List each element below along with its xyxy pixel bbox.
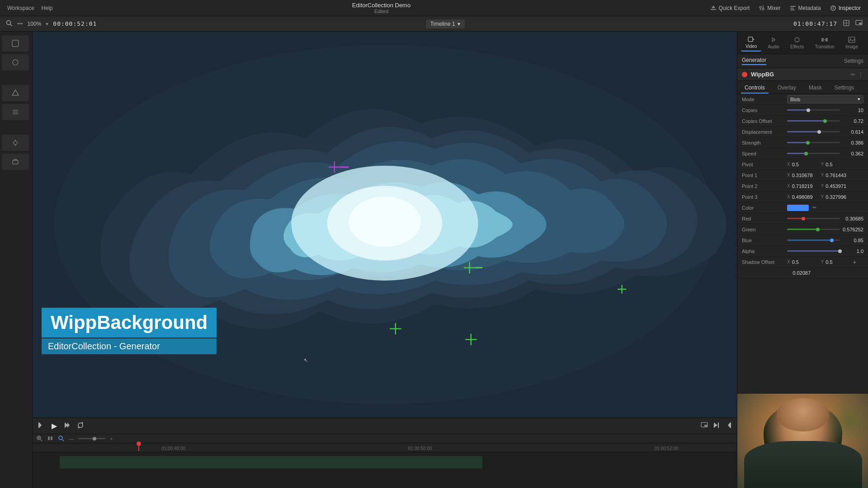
prop-color-edit-icon[interactable]: ✏: [812, 205, 816, 211]
ctrl-tab-mask[interactable]: Mask: [805, 83, 826, 94]
viewer-canvas[interactable]: ↖ WippBackground EditorCollection - Gene…: [33, 32, 737, 418]
timeline-zoom-in-icon[interactable]: [36, 435, 42, 442]
sidebar-btn-3[interactable]: [2, 85, 29, 101]
toolbar-right: 01:00:47:17: [793, 19, 863, 28]
prop-displacement-track[interactable]: [787, 131, 840, 132]
more-options-icon[interactable]: •••: [17, 21, 23, 27]
prop-shadow-y-val[interactable]: 0.5: [826, 259, 853, 265]
timeline-selector[interactable]: Timeline 1 ▾: [426, 19, 465, 28]
prop-blue-track[interactable]: [787, 239, 840, 241]
ctrl-tab-controls[interactable]: Controls: [741, 83, 769, 94]
prop-point2-xy: X 0.718219 Y 0.453971: [787, 183, 853, 189]
help-menu[interactable]: Help: [42, 5, 53, 11]
prop-alpha-slider-area: [787, 250, 840, 252]
svg-rect-19: [12, 40, 19, 47]
svg-rect-64: [748, 37, 753, 42]
tab-video[interactable]: Video: [741, 34, 761, 52]
prop-point1-y-val[interactable]: 0.761443: [826, 173, 853, 178]
search-icon[interactable]: [5, 19, 13, 28]
timeline-zoom-minus-icon[interactable]: —: [69, 436, 74, 441]
plugin-menu-icon[interactable]: ⋮: [858, 71, 863, 78]
mixer-button[interactable]: Mixer: [759, 5, 780, 11]
settings-label[interactable]: Settings: [844, 58, 863, 64]
timeline-zoom-icon-active[interactable]: [58, 435, 64, 442]
svg-rect-53: [718, 422, 719, 428]
tab-file[interactable]: File: [864, 34, 868, 51]
prop-copies-track[interactable]: [787, 109, 840, 111]
prop-copies-offset-slider-area: [787, 120, 840, 122]
tab-transition[interactable]: Transition: [810, 34, 839, 51]
next-frame-button[interactable]: [712, 422, 720, 430]
prop-blue-label: Blue: [742, 238, 787, 243]
pip-toggle-button[interactable]: [701, 422, 708, 430]
blob-svg: [33, 32, 737, 418]
main-content: ↖ WippBackground EditorCollection - Gene…: [0, 32, 868, 488]
zoom-level[interactable]: 100%: [28, 21, 42, 27]
tab-audio[interactable]: Audio: [763, 34, 784, 51]
prop-point3-y-val[interactable]: 0.327996: [826, 194, 853, 200]
plugin-active-dot: [742, 72, 747, 77]
skip-forward-button[interactable]: [63, 422, 71, 430]
ruler-mark-1: 01:00:48:00: [161, 446, 185, 451]
timeline-track-1[interactable]: [60, 456, 482, 469]
loop-button[interactable]: [77, 422, 84, 430]
pip-video: [737, 394, 868, 488]
tab-effects[interactable]: Effects: [786, 34, 808, 51]
inspector-button[interactable]: Inspector: [830, 5, 861, 11]
svg-point-62: [59, 436, 62, 440]
sidebar-btn-4[interactable]: [2, 104, 29, 120]
prop-point3: Point 3 X 0.498089 Y 0.327996: [737, 192, 868, 202]
prop-point2-y-val[interactable]: 0.453971: [826, 183, 853, 189]
second-toolbar: ••• 100% ▾ 00:00:52:01 Timeline 1 ▾ 01:0…: [0, 16, 868, 32]
prop-copies-slider-area: [787, 109, 840, 111]
end-button[interactable]: [724, 422, 731, 430]
sidebar-btn-1[interactable]: [2, 35, 29, 52]
generator-label[interactable]: Generator: [742, 57, 766, 65]
ctrl-tab-overlay[interactable]: Overlay: [774, 83, 800, 94]
zoom-track[interactable]: [78, 438, 105, 439]
prop-green-track[interactable]: [787, 229, 840, 230]
svg-marker-21: [12, 90, 19, 95]
playhead[interactable]: [138, 443, 139, 451]
timeline-snap-icon[interactable]: [47, 435, 53, 442]
workspace-menu[interactable]: Workspace: [7, 5, 34, 11]
timeline-zoom-plus-icon[interactable]: +: [110, 436, 113, 441]
prop-strength-track[interactable]: [787, 142, 840, 143]
prop-alpha-track[interactable]: [787, 250, 840, 252]
inspector-panel: Video Audio Effects Transition Image Fil…: [737, 32, 868, 488]
inspector-section-header: Generator Settings: [737, 54, 868, 68]
prop-extra-value: 0.02087: [737, 267, 868, 278]
sidebar-btn-6[interactable]: [2, 154, 29, 170]
ctrl-tab-settings[interactable]: Settings: [831, 83, 858, 94]
prop-pivot-x-val[interactable]: 0.5: [792, 162, 819, 167]
prop-shadow-x-val[interactable]: 0.5: [792, 259, 819, 265]
prop-mode-dropdown[interactable]: Blob ▾: [787, 95, 863, 103]
prop-point1-x-val[interactable]: 0.310678: [792, 173, 819, 178]
zoom-dropdown-icon: ▾: [46, 21, 48, 27]
zoom-handle[interactable]: [93, 437, 96, 441]
prop-copies-value: 10: [840, 108, 863, 113]
svg-rect-18: [859, 23, 862, 24]
pip-icon[interactable]: [855, 19, 863, 28]
lower-third-subtitle: EditorCollection - Generator: [42, 338, 217, 354]
prop-point3-x-val[interactable]: 0.498089: [792, 194, 819, 200]
prop-point2-x-val[interactable]: 0.718219: [792, 183, 819, 189]
sidebar-btn-5[interactable]: [2, 135, 29, 151]
prop-pivot-y-val[interactable]: 0.5: [826, 162, 853, 167]
transform-icon[interactable]: [843, 19, 850, 28]
prop-copies-offset-track[interactable]: [787, 120, 840, 122]
metadata-button[interactable]: Metadata: [790, 5, 821, 11]
prop-color-swatch[interactable]: [787, 205, 809, 211]
play-button[interactable]: ▶: [52, 422, 57, 430]
timecode-right: 01:00:47:17: [793, 20, 837, 27]
prop-red-track[interactable]: [787, 218, 840, 219]
prop-shadow-add-icon[interactable]: +: [853, 258, 856, 266]
prop-speed-track[interactable]: [787, 153, 840, 154]
tab-image[interactable]: Image: [841, 34, 863, 51]
plugin-edit-icon[interactable]: ✏: [851, 71, 855, 78]
sidebar-btn-2[interactable]: [2, 54, 29, 70]
quick-export-button[interactable]: Quick Export: [710, 5, 750, 11]
rewind-to-start-button[interactable]: [38, 422, 45, 430]
prop-point1-xy: X 0.310678 Y 0.761443: [787, 173, 853, 178]
playhead-handle[interactable]: [137, 441, 141, 446]
